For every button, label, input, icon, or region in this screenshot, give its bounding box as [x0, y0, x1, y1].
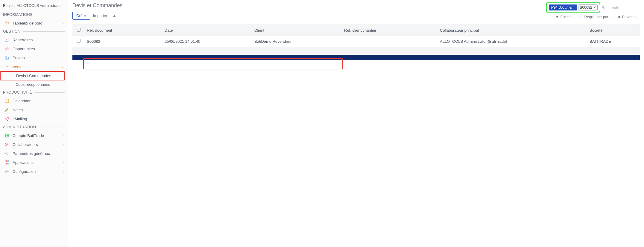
sidebar-item-emailing[interactable]: eMailing ›: [0, 114, 68, 123]
svg-rect-13: [7, 161, 9, 162]
page-title: Devis et Commandes: [72, 2, 122, 9]
section-informations: INFORMATIONS: [0, 11, 68, 19]
favorites-button[interactable]: Favoris ⌄: [617, 15, 638, 19]
filter-toolbar: Filtres ⌄ Regrouper par ⌄ Favoris ⌄: [555, 15, 640, 19]
col-header-societe[interactable]: Société: [587, 25, 640, 36]
sidebar-item-applications[interactable]: Applications ›: [0, 158, 68, 167]
building-icon: [4, 55, 10, 60]
cell-ref: S00082: [84, 36, 162, 47]
chevron-right-icon: ›: [63, 21, 64, 25]
svg-rect-14: [5, 163, 7, 164]
search-filter-label: Réf. document: [549, 4, 577, 10]
chevron-right-icon: ›: [63, 117, 64, 121]
section-administration: ADMINISTRATION: [0, 123, 68, 131]
table-wrap: Réf. document Date Client Réf. client/ch…: [72, 25, 640, 60]
search-filter-chip: Réf. document S00082 ×: [546, 2, 600, 13]
chevron-right-icon: ›: [63, 143, 64, 146]
svg-rect-12: [5, 161, 7, 162]
table-row[interactable]: S00082 25/06/2021 14:01:40 BatiDemo Reve…: [72, 36, 640, 47]
chevron-down-icon: ⌄: [61, 65, 64, 69]
sidebar-item-projets[interactable]: Projets ›: [0, 53, 68, 62]
sidebar-item-notes[interactable]: Notes: [0, 105, 68, 114]
cell-date: 25/06/2021 14:01:40: [162, 36, 252, 47]
checkbox-icon[interactable]: [77, 39, 80, 43]
list-spacer: [72, 47, 640, 55]
sidebar-item-label: eMailing: [13, 117, 60, 121]
sidebar-subitem-devis-commandes[interactable]: - Devis / Commandes: [0, 71, 65, 80]
chevron-right-icon: ›: [63, 38, 64, 42]
checkbox-icon[interactable]: [77, 28, 80, 32]
sidebar-item-opportunites[interactable]: Opportunités ›: [0, 44, 68, 53]
section-productivite: PRODUCTIVITÉ: [0, 89, 68, 96]
table-header-row: Réf. document Date Client Réf. client/ch…: [72, 25, 640, 36]
col-header-ref[interactable]: Réf. document: [84, 25, 162, 36]
paper-plane-icon: [4, 116, 10, 121]
col-header-client[interactable]: Client: [252, 25, 342, 36]
chevron-down-icon: ⌄: [572, 16, 574, 19]
sidebar-item-label: - Devis / Commandes: [14, 74, 51, 78]
filter-label: Favoris: [622, 15, 634, 19]
svg-point-16: [6, 171, 8, 172]
main-content: Devis et Commandes Créer Importer Réf. d…: [68, 0, 644, 247]
pencil-icon: [4, 107, 10, 112]
sidebar-item-collaborateurs[interactable]: Collaborateurs ›: [0, 140, 68, 149]
calendar-icon: [4, 98, 10, 103]
list-footer-bar: [72, 55, 640, 60]
search-filter-value-chip: S00082 ×: [578, 4, 598, 10]
svg-point-9: [7, 144, 8, 145]
chevron-down-icon: ⌄: [610, 16, 612, 19]
section-gestion: GESTION: [0, 28, 68, 35]
sidebar-item-compte-batitrade[interactable]: Compte BatiTrade ›: [0, 131, 68, 140]
sidebar-item-tableaux[interactable]: Tableaux de bord ›: [0, 19, 68, 28]
svg-rect-4: [5, 56, 7, 60]
sidebar-item-repertoires[interactable]: Répertoires ›: [0, 35, 68, 44]
sidebar-item-vente[interactable]: Vente ⌄: [0, 62, 68, 71]
import-button[interactable]: Importer: [93, 13, 107, 18]
chevron-right-icon: ›: [63, 56, 64, 60]
users-icon: [4, 142, 10, 147]
search-filter-value: S00082: [580, 5, 592, 10]
svg-point-3: [6, 48, 8, 50]
remove-filter-icon[interactable]: ×: [594, 5, 596, 10]
row-select[interactable]: [72, 36, 84, 47]
select-all-header[interactable]: [72, 25, 84, 36]
sidebar-item-label: - Cdes réceptionnées: [13, 82, 50, 87]
search-input[interactable]: [598, 4, 640, 11]
settings-icon: [4, 169, 10, 174]
cell-collab: ALLOTOOLS Administrator (BatiTrade): [438, 36, 587, 47]
svg-point-8: [6, 143, 7, 145]
sidebar-item-label: Collaborateurs: [13, 142, 60, 147]
sidebar: Bonjour ALLOTOOLS Administrator INFORMAT…: [0, 0, 68, 247]
groupby-button[interactable]: Regrouper par ⌄: [579, 15, 612, 19]
sidebar-item-label: Projets: [13, 56, 60, 60]
chart-icon: [4, 64, 10, 69]
col-header-ref-client[interactable]: Réf. client/chantier: [342, 25, 438, 36]
chevron-right-icon: ›: [63, 170, 64, 173]
sidebar-item-configuration[interactable]: Configuration ›: [0, 167, 68, 176]
funnel-icon: [555, 15, 559, 19]
download-icon: [112, 13, 116, 17]
action-bar: Créer Importer: [72, 12, 122, 20]
data-table: Réf. document Date Client Réf. client/ch…: [72, 25, 640, 47]
sidebar-item-label: Configuration: [13, 169, 60, 174]
create-button[interactable]: Créer: [72, 12, 90, 20]
list-icon: [579, 15, 583, 19]
sidebar-subitem-cdes-receptionnees[interactable]: - Cdes réceptionnées: [0, 80, 68, 89]
col-header-collab[interactable]: Collaborateur principal: [438, 25, 587, 36]
gear-icon: [4, 151, 10, 156]
filters-button[interactable]: Filtres ⌄: [555, 15, 574, 19]
download-button[interactable]: [110, 12, 118, 19]
topbar: Devis et Commandes Créer Importer Réf. d…: [72, 2, 640, 21]
svg-rect-15: [7, 163, 9, 164]
col-header-date[interactable]: Date: [162, 25, 252, 36]
sidebar-item-label: Répertoires: [13, 38, 60, 42]
sidebar-item-label: Notes: [13, 108, 64, 112]
chevron-right-icon: ›: [63, 134, 64, 137]
svg-point-2: [5, 47, 9, 51]
apps-icon: [4, 160, 10, 165]
sidebar-item-parametres[interactable]: Paramètres généraux: [0, 149, 68, 158]
sidebar-item-label: Vente: [13, 65, 58, 69]
sidebar-item-calendrier[interactable]: Calendrier: [0, 96, 68, 105]
greeting: Bonjour ALLOTOOLS Administrator: [0, 2, 68, 11]
cell-ref-client: [342, 36, 438, 47]
